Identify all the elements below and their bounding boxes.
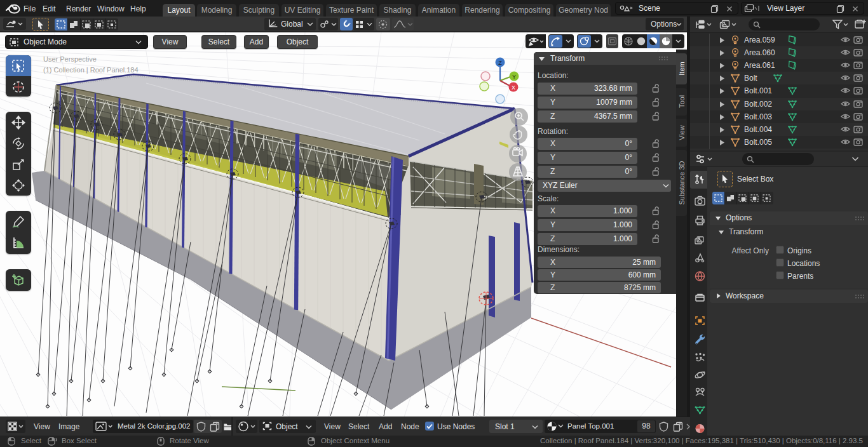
svg-text:Z: Z — [498, 60, 502, 66]
svg-text:Y: Y — [512, 74, 516, 80]
svg-text:X: X — [512, 84, 515, 91]
